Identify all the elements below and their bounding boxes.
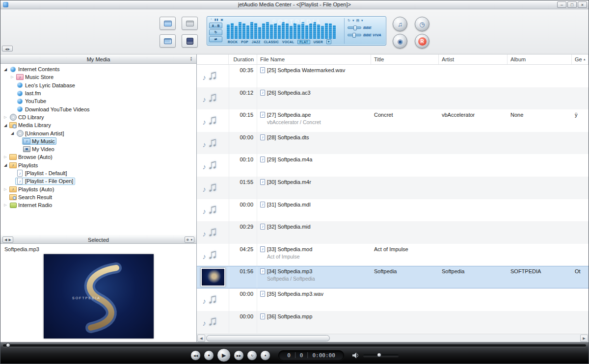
sidebar-item-music-store[interactable]: ▷Music Store (0, 73, 196, 81)
sidebar-item-playlist-file-open[interactable]: [Playlist - File Open] (0, 177, 196, 185)
preset-flat[interactable]: FLAT (297, 40, 310, 44)
music-note-icon: ♫♪ (201, 201, 225, 219)
playlist-row[interactable]: ♫♪01:55♪[30] Softpedia.m4r (197, 177, 589, 199)
scroll-left-button[interactable]: ◀ (197, 335, 205, 342)
row-icon-cell: ♫♪ (197, 221, 229, 244)
visualization-button[interactable]: ◉ (393, 34, 407, 49)
selected-nav-buttons[interactable]: ◀▶ (2, 236, 13, 243)
sidebar-item-cd-library[interactable]: ▷CD Library (0, 113, 196, 121)
column-header-genre[interactable]: Ge▲ (572, 54, 589, 64)
save-button[interactable] (182, 34, 198, 48)
preset-vocal[interactable]: VOCAL (282, 40, 294, 44)
sidebar-item-search-result[interactable]: Search Result (0, 193, 196, 201)
sidebar-item-browse-auto[interactable]: ▷Browse (Auto) (0, 153, 196, 161)
sidebar-item-last-fm[interactable]: last.fm (0, 89, 196, 97)
sidebar-item-playlist-default[interactable]: [Playlist - Default] (0, 169, 196, 177)
playlist-row[interactable]: ♫♪00:00♪[28] Softpedia.dts (197, 132, 589, 155)
preset-pop[interactable]: POP (241, 40, 248, 44)
layout-button[interactable] (160, 17, 176, 30)
maximize-button[interactable]: □ (567, 1, 577, 8)
previous-button[interactable]: ◀◀ (190, 350, 201, 361)
expanded-expander-icon[interactable]: ◢ (2, 67, 8, 72)
playlist-row[interactable]: ♫♪04:25♪[33] Softpedia.modAct of Impulse… (197, 244, 589, 266)
sidebar-item-label: Search Result (17, 194, 52, 200)
user-preset-dropdown-icon[interactable]: ▾ (326, 39, 331, 44)
effect-slider-track[interactable] (348, 26, 361, 29)
collapsed-expander-icon[interactable]: ▷ (2, 187, 8, 191)
next-button[interactable]: ▶▶ (234, 350, 244, 361)
title-cell (371, 221, 439, 244)
sidebar-item-unknown-artist[interactable]: ◢[Unknown Artist] (0, 129, 196, 137)
expanded-expander-icon[interactable]: ◢ (2, 163, 8, 167)
column-header-album[interactable]: Album (508, 54, 572, 64)
close-button[interactable]: × (578, 1, 587, 8)
sidebar-item-playlists-auto[interactable]: ▷Playlists (Auto) (0, 185, 196, 193)
seek-bar[interactable] (3, 344, 586, 347)
audio-file-icon: ♪ (260, 156, 265, 162)
sidebar-header[interactable]: My Media ▲▼ (0, 54, 196, 64)
stop-button[interactable]: ■ (204, 350, 214, 361)
sidebar-item-media-library[interactable]: ◢Media Library (0, 121, 196, 129)
playlist-row[interactable]: ♫♪00:10♪[29] Softpedia.m4a (197, 154, 589, 177)
playlist-row[interactable]: ♫♪00:00♪[36] Softpedia.mpp (197, 311, 589, 334)
ab-repeat-button[interactable]: A↔B (209, 23, 222, 28)
effect-slider-handle[interactable] (352, 33, 356, 38)
sidebar-item-internet-contents[interactable]: ◢Internet Contents (0, 65, 196, 73)
expanded-expander-icon[interactable]: ◢ (2, 123, 8, 128)
preset-rock[interactable]: ROCK (228, 40, 238, 44)
collapsed-expander-icon[interactable]: ▷ (9, 75, 15, 79)
sidebar-item-my-music[interactable]: My Music (0, 137, 196, 145)
mixer-button[interactable] (160, 34, 176, 48)
seek-handle[interactable] (6, 343, 10, 347)
collapsed-expander-icon[interactable]: ▷ (2, 203, 8, 207)
scroll-right-button[interactable]: ▶ (580, 335, 588, 342)
minimize-button[interactable]: – (557, 1, 566, 8)
volume-slider[interactable] (363, 354, 399, 357)
playlist-row[interactable]: ♫♪00:00♪[35] Softpedia.mp3.wav (197, 288, 589, 311)
artist-cell (439, 87, 508, 110)
file-name: [34] Softpedia.mp3 (267, 268, 312, 274)
sidebar-item-download-youtube-videos[interactable]: Download YouTube Videos (0, 105, 196, 113)
sound-effects-button[interactable]: ♫ (393, 17, 407, 31)
timer-button[interactable]: ◷ (415, 17, 429, 31)
sidebar-item-internet-radio[interactable]: ▷Internet Radio (0, 201, 196, 209)
column-header-icon[interactable] (197, 54, 229, 64)
sidebar-item-youtube[interactable]: YouTube (0, 97, 196, 105)
sort-icon[interactable]: ▲▼ (190, 56, 192, 61)
column-header-duration[interactable]: Duration (229, 54, 257, 64)
column-header-artist[interactable]: Artist (439, 54, 508, 64)
skin-select-button[interactable] (182, 17, 198, 30)
collapsed-expander-icon[interactable]: ▷ (2, 115, 8, 119)
sidebar-item-leo-s-lyric-database[interactable]: Leo's Lyric Database (0, 81, 196, 89)
playlist-row[interactable]: ♫♪00:15♪[27] Softpedia.apevbAccelerator … (197, 109, 589, 132)
repeat-button[interactable]: ↻ (247, 350, 257, 361)
eject-button[interactable]: ▲ (260, 350, 270, 361)
playlist-row[interactable]: 01:56♪[34] Softpedia.mp3Softpedia / Soft… (197, 266, 589, 288)
playlist-row[interactable]: ♫♪00:00♪[31] Softpedia.mdl (197, 199, 589, 222)
shuffle-button[interactable]: ⇄ (209, 36, 222, 42)
record-button[interactable]: R (415, 34, 429, 49)
column-header-file[interactable]: File Name (257, 54, 371, 64)
sidebar-collapse-button[interactable]: ◀▶ (2, 46, 13, 52)
scrollbar-thumb[interactable] (206, 335, 330, 341)
play-button[interactable]: ▶ (217, 348, 231, 362)
volume-handle[interactable] (377, 353, 381, 357)
sidebar-item-playlists[interactable]: ◢Playlists (0, 161, 196, 169)
playlist-row[interactable]: ♫♪00:12♪[26] Softpedia.ac3 (197, 87, 589, 110)
effect-slider-track[interactable] (348, 34, 361, 36)
collapsed-expander-icon[interactable]: ▷ (2, 155, 8, 159)
preset-user[interactable]: USER (314, 40, 323, 44)
sidebar-item-my-video[interactable]: My Video (0, 145, 196, 153)
repeat-button[interactable]: ↻ (209, 29, 222, 35)
spectrum-bar (266, 22, 269, 39)
selected-options-buttons[interactable]: ⊕▾ (185, 236, 194, 243)
titlebar[interactable]: jetAudio Media Center - <[Playlist - Fil… (0, 0, 589, 9)
playlist-row[interactable]: ♫♪00:29♪[32] Softpedia.mid (197, 221, 589, 244)
column-header-title[interactable]: Title (371, 54, 439, 64)
expanded-expander-icon[interactable]: ◢ (9, 131, 15, 135)
preset-jazz[interactable]: JAZZ (252, 40, 260, 44)
playlist-row[interactable]: ♫♪00:35♪[25] Softpedia Watermarked.wav (197, 65, 589, 87)
preset-classic[interactable]: CLASSIC (264, 40, 279, 44)
horizontal-scrollbar[interactable]: ◀ ▶ (197, 334, 589, 342)
effect-slider-handle[interactable] (353, 26, 357, 30)
